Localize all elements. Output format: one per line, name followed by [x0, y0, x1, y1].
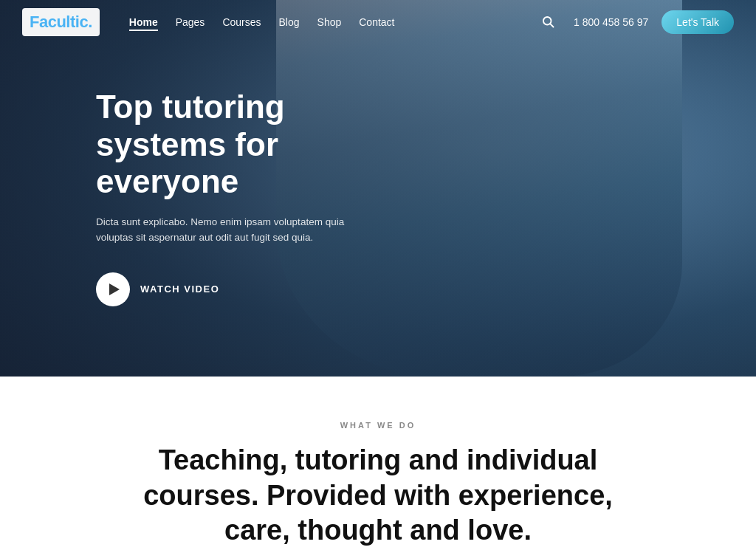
hero-title: Top tutoring systems for everyone	[96, 89, 413, 201]
hero-description: Dicta sunt explicabo. Nemo enim ipsam vo…	[96, 214, 362, 246]
phone-number: 1 800 458 56 97	[574, 16, 648, 28]
nav-item-blog[interactable]: Blog	[279, 16, 300, 29]
lets-talk-button[interactable]: Let's Talk	[662, 10, 734, 34]
search-icon	[541, 15, 554, 28]
section-title: Teaching, tutoring and individual course…	[142, 443, 614, 549]
nav-links: Home Pages Courses Blog Shop Contact	[129, 16, 537, 29]
svg-line-1	[550, 24, 553, 27]
hero-section: Facultic. Home Pages Courses Blog Shop C…	[0, 0, 756, 377]
hero-content: Top tutoring systems for everyone Dicta …	[0, 0, 413, 306]
nav-item-courses[interactable]: Courses	[222, 16, 261, 29]
watch-video-button[interactable]: WATCH VIDEO	[96, 272, 219, 306]
navbar: Facultic. Home Pages Courses Blog Shop C…	[0, 0, 756, 44]
nav-item-shop[interactable]: Shop	[317, 16, 342, 29]
play-circle	[96, 272, 130, 306]
watch-video-label: WATCH VIDEO	[140, 283, 219, 295]
play-icon	[109, 283, 120, 295]
logo[interactable]: Facultic.	[22, 8, 100, 36]
search-button[interactable]	[537, 10, 559, 35]
logo-accent: ltic.	[66, 13, 92, 31]
section-label: WHAT WE DO	[15, 421, 741, 430]
logo-text: Facultic.	[30, 13, 92, 31]
what-we-do-section: WHAT WE DO Teaching, tutoring and indivi…	[0, 377, 756, 550]
nav-item-pages[interactable]: Pages	[176, 16, 205, 29]
nav-item-home[interactable]: Home	[129, 16, 158, 29]
nav-item-contact[interactable]: Contact	[359, 16, 394, 29]
